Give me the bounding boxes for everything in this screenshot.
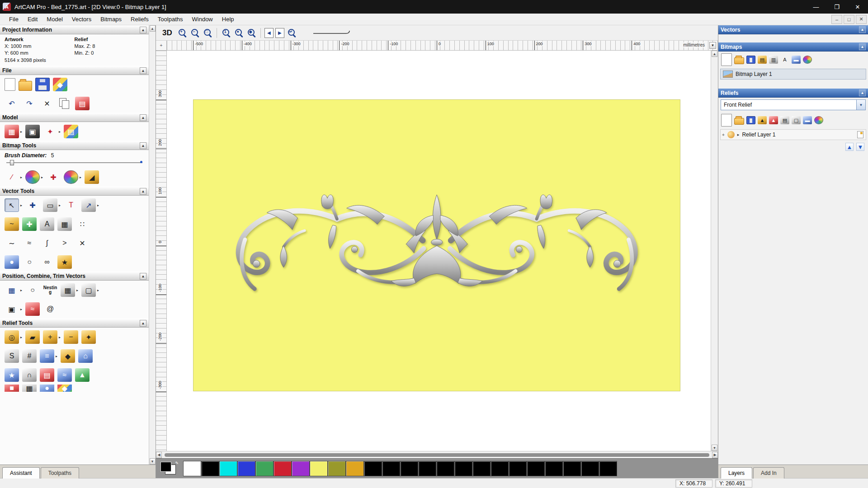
calculate-relief-icon[interactable]: [769, 116, 778, 124]
view-3d-button[interactable]: 3D: [160, 28, 175, 38]
measure-flyout-icon[interactable]: [97, 203, 99, 207]
create-star-icon[interactable]: [57, 255, 72, 269]
palette-swatch-1[interactable]: [201, 461, 219, 476]
transform-vectors-icon[interactable]: [25, 198, 40, 212]
scroll-down-icon[interactable]: [150, 458, 156, 465]
save-bitmap-icon[interactable]: [746, 56, 755, 64]
zoom-window-icon[interactable]: □: [202, 28, 213, 38]
menu-file[interactable]: File: [5, 14, 23, 24]
new-model-icon[interactable]: [5, 78, 15, 91]
menu-model[interactable]: Model: [42, 14, 67, 24]
offset-vectors-icon[interactable]: [5, 217, 19, 231]
palette-swatch-16[interactable]: [472, 461, 491, 476]
palette-swatch-15[interactable]: [454, 461, 472, 476]
mdi-close-button[interactable]: ✕: [856, 15, 867, 24]
mirror-vectors-icon[interactable]: [5, 302, 19, 316]
palette-swatch-20[interactable]: [545, 461, 563, 476]
smooth-relief-icon[interactable]: [25, 330, 40, 344]
scroll-down-icon[interactable]: [712, 445, 717, 451]
ruler-units-dropdown-icon[interactable]: [709, 42, 716, 49]
model-lighting-icon[interactable]: [25, 125, 40, 138]
zoom-1to1-icon[interactable]: 1: [221, 28, 231, 38]
select-vectors-icon[interactable]: [5, 198, 19, 212]
palette-swatch-22[interactable]: [581, 461, 599, 476]
collapse-relief-tools-button[interactable]: [140, 320, 146, 327]
group-vectors-flyout-icon[interactable]: [97, 288, 99, 292]
reset-relief-icon[interactable]: [792, 116, 801, 124]
palette-swatch-23[interactable]: [599, 461, 617, 476]
assistant-scrollbar[interactable]: [149, 25, 156, 465]
relief-layer-row[interactable]: + Relief Layer 1: [720, 129, 866, 140]
extrude-relief-icon[interactable]: [75, 368, 90, 382]
spiral-icon[interactable]: [43, 302, 57, 316]
model-canvas[interactable]: [193, 99, 680, 391]
scrollbar-thumb[interactable]: [165, 453, 709, 457]
scroll-left-icon[interactable]: [156, 452, 162, 458]
smooth-s-icon[interactable]: [5, 349, 19, 363]
shape-editor-flyout-icon[interactable]: [20, 335, 22, 339]
expand-plus-icon[interactable]: +: [722, 132, 725, 137]
palette-swatch-18[interactable]: [509, 461, 527, 476]
open-model-icon[interactable]: [19, 81, 32, 91]
move-layer-up-icon[interactable]: [845, 143, 854, 151]
greyscale-image-icon[interactable]: [64, 125, 78, 138]
zoom-previous-icon[interactable]: ↵: [286, 28, 297, 38]
create-rectangle-flyout-icon[interactable]: [59, 203, 61, 207]
sculpting-flyout-icon[interactable]: [59, 130, 61, 134]
expand-relief-layer-icon[interactable]: [737, 132, 740, 137]
menu-help[interactable]: Help: [217, 14, 239, 24]
tab-assistant[interactable]: Assistant: [2, 467, 40, 479]
mirror-vectors-flyout-icon[interactable]: [20, 307, 22, 311]
paint-flyout-icon[interactable]: [20, 175, 22, 179]
reduce-colours-icon[interactable]: [64, 170, 78, 184]
set-model-size-flyout-icon[interactable]: [20, 130, 22, 134]
palette-swatch-5[interactable]: [274, 461, 292, 476]
undo-icon[interactable]: [5, 97, 19, 110]
block-copy-icon[interactable]: [61, 283, 75, 297]
two-rail-sweep-icon[interactable]: [5, 385, 19, 392]
close-button[interactable]: ✕: [847, 0, 868, 14]
create-text-icon[interactable]: [64, 198, 78, 212]
create-grid-icon[interactable]: [22, 217, 37, 231]
collapse-vector-tools-button[interactable]: [140, 188, 146, 195]
create-arc-icon[interactable]: [57, 236, 72, 250]
envelope-icon[interactable]: [78, 349, 93, 363]
vertical-scrollbar[interactable]: [711, 51, 718, 451]
menu-vectors[interactable]: Vectors: [67, 14, 96, 24]
palette-swatch-13[interactable]: [418, 461, 436, 476]
palette-swatch-0[interactable]: [183, 461, 201, 476]
paint-icon[interactable]: [5, 170, 19, 184]
menu-bitmaps[interactable]: Bitmaps: [96, 14, 126, 24]
weave-wizard-icon[interactable]: [22, 349, 37, 363]
shape-editor-icon[interactable]: [5, 330, 19, 344]
copy-icon[interactable]: [57, 97, 72, 110]
horizontal-scrollbar[interactable]: [156, 451, 718, 458]
collapse-model-button[interactable]: [140, 114, 146, 121]
paint-selective-icon[interactable]: [25, 170, 40, 184]
menu-toolpaths[interactable]: Toolpaths: [153, 14, 188, 24]
select-vectors-flyout-icon[interactable]: [20, 203, 22, 207]
reduce-colours-flyout-icon[interactable]: [80, 175, 81, 179]
smooth-polyline-icon[interactable]: [22, 236, 37, 250]
next-view-icon[interactable]: ▶: [275, 28, 284, 38]
scroll-up-icon[interactable]: [712, 51, 717, 57]
block-paste-icon[interactable]: [75, 217, 90, 231]
move-layer-down-icon[interactable]: [856, 143, 864, 151]
open-relief-icon[interactable]: [734, 118, 744, 125]
snap-grid-icon[interactable]: [57, 217, 72, 231]
palette-swatch-19[interactable]: [527, 461, 545, 476]
sculpting-icon[interactable]: [43, 125, 57, 138]
wrap-relief-icon[interactable]: [22, 368, 37, 382]
palette-swatch-9[interactable]: [346, 461, 364, 476]
palette-swatch-14[interactable]: [436, 461, 454, 476]
bitmap-layer-row[interactable]: Bitmap Layer 1: [720, 69, 866, 80]
relief-select[interactable]: Front Relief: [721, 99, 866, 110]
rotate-copy-icon[interactable]: [25, 283, 40, 297]
zoom-out-icon[interactable]: −: [189, 28, 200, 38]
scroll-right-icon[interactable]: [712, 452, 718, 458]
drawing-viewport[interactable]: [167, 51, 711, 451]
zoom-fit-icon[interactable]: ●: [233, 28, 244, 38]
group-vectors-icon[interactable]: [81, 283, 96, 297]
tab-add-in[interactable]: Add In: [753, 467, 784, 479]
adjust-bitmap-icon[interactable]: [769, 56, 778, 64]
